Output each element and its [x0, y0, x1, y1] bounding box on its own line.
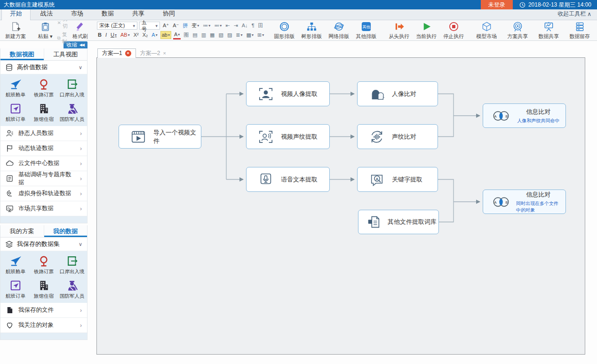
dataset-border-entry[interactable]: 口岸出入境	[58, 255, 86, 275]
pilcrow-button[interactable]: ¶	[251, 22, 255, 29]
row-cloud-file-data[interactable]: 云文件中心数据 ›	[0, 156, 87, 171]
superscript-button[interactable]: X²	[133, 32, 140, 39]
dataset-flight-order[interactable]: 航班订单	[1, 103, 30, 123]
flow-node-voiceprint-compare[interactable]: 声纹比对	[357, 124, 438, 149]
row-virtual-identity-data[interactable]: 虚拟身份和轨迹数据 ›	[0, 186, 87, 201]
login-status-badge[interactable]: 未登录	[481, 0, 513, 9]
row-my-followed-objects[interactable]: 我关注的对象 ›	[0, 318, 87, 333]
format-painter-button[interactable]: 格式刷	[69, 20, 91, 41]
align-left-button[interactable]: ▤	[191, 32, 198, 39]
row-market-shared-data[interactable]: 市场共享数据 ›	[0, 201, 87, 216]
indent-button[interactable]: ⇥	[233, 22, 239, 29]
close-tab-icon[interactable]: ×	[125, 50, 131, 56]
tab-my-data[interactable]: 我的数据	[44, 225, 88, 237]
align-center-button[interactable]: ▥	[200, 32, 207, 39]
video-file-icon	[130, 129, 146, 145]
section-my-saved-datasets[interactable]: 我保存的数据集 ∨	[0, 237, 87, 251]
table-button[interactable]: 田	[257, 22, 264, 29]
align-right-button[interactable]: ▦	[209, 32, 215, 39]
char-border-button[interactable]: AB▾	[119, 32, 131, 39]
subscript-button[interactable]: X₂	[142, 32, 149, 39]
bullets-button[interactable]: ≔▾	[202, 22, 211, 29]
tab-tool-view[interactable]: 工具视图	[44, 48, 88, 60]
phonetic-button[interactable]: 拼	[182, 22, 189, 29]
plan-tab-1[interactable]: 方案—1 ×	[97, 48, 136, 58]
paste-button[interactable]: 粘贴 ▾	[35, 20, 56, 41]
tree-layout-button[interactable]: 树形排版	[298, 20, 325, 41]
font-name-select[interactable]: 宋体 (正文) ▾	[97, 22, 137, 30]
collapse-toolbar-button[interactable]: 收起工具栏 ∧	[557, 10, 597, 20]
justify-button[interactable]: ▧	[217, 32, 224, 39]
plane-ticket-icon	[9, 279, 22, 292]
network-layout-icon	[334, 21, 344, 32]
flag-icon	[6, 144, 14, 152]
italic-button[interactable]: I	[104, 32, 108, 39]
menu-tab-start[interactable]: 开始	[1, 8, 31, 20]
wordart-button[interactable]: A▾	[151, 32, 158, 39]
borders-button[interactable]: ⊞▾	[256, 32, 265, 39]
enclose-button[interactable]: 圈	[183, 32, 190, 39]
flow-node-video-face-extract[interactable]: 视频人像提取	[246, 81, 330, 106]
distribute-button[interactable]: ▨	[226, 32, 233, 39]
other-layout-icon: 其他	[361, 21, 372, 32]
tab-data-view[interactable]: 数据视图	[0, 48, 44, 60]
row-dynamic-track-data[interactable]: 动态轨迹数据 ›	[0, 141, 87, 156]
sort-button[interactable]: A↓	[241, 22, 249, 29]
tab-my-plans[interactable]: 我的方案	[0, 225, 44, 237]
flow-node-other-file-lexicon[interactable]: 其他文件提取词库	[358, 210, 439, 234]
flow-node-face-compare[interactable]: 人像比对	[357, 81, 438, 106]
cube-outline-icon	[481, 21, 492, 32]
row-survey-thematic-data[interactable]: 基础调研与专题库数据 ›	[0, 171, 87, 186]
font-size-select[interactable]: 五号 ▾	[139, 22, 160, 30]
dataset-rail-ticket[interactable]: 铁路订票	[30, 255, 58, 275]
dataset-border-entry[interactable]: 口岸出入境	[58, 78, 86, 98]
stop-run-button[interactable]: 停止执行	[440, 20, 467, 41]
data-retention-button[interactable]: 数据留存	[566, 20, 593, 41]
flow-node-info-compare-1[interactable]: 信息比对 人像和声纹共同命中	[483, 103, 566, 128]
change-case-button[interactable]: 变▾	[191, 22, 200, 29]
font-color-button[interactable]: A▾	[173, 31, 181, 40]
soldier-icon	[66, 103, 78, 115]
circle-layout-button[interactable]: 圆形排版	[271, 20, 298, 41]
dataset-flight-manifest[interactable]: 航班舱单	[1, 78, 30, 98]
flow-node-import-video[interactable]: 导入一个视频文件	[119, 125, 201, 149]
run-from-start-button[interactable]: 从头执行	[385, 20, 413, 41]
underline-button[interactable]: U▾	[110, 32, 118, 39]
outdent-button[interactable]: ⇤	[224, 22, 231, 29]
close-tab-icon[interactable]: ×	[163, 50, 166, 56]
dataset-flight-manifest[interactable]: 航班舱单	[1, 255, 30, 275]
line-spacing-button[interactable]: ≣▾	[235, 32, 243, 39]
flow-node-info-compare-2[interactable]: 信息比对 同时出现在多个文件中的对象	[483, 190, 566, 214]
voiceprint-extract-icon	[258, 129, 274, 145]
flow-node-keyword-extract[interactable]: 关键字提取	[357, 167, 438, 192]
grow-font-button[interactable]: A⁺	[162, 22, 170, 29]
other-layout-button[interactable]: 其他 其他排版	[352, 20, 380, 41]
dataset-rail-ticket[interactable]: 铁路订票	[30, 78, 58, 98]
row-static-person-data[interactable]: 静态人员数据 ›	[0, 126, 87, 141]
network-layout-button[interactable]: 网络排版	[325, 20, 352, 41]
new-plan-button[interactable]: 新建方案	[2, 20, 29, 41]
dataset-military-personnel[interactable]: 国防军人员	[58, 279, 86, 300]
shading-button[interactable]: ▩▾	[246, 32, 255, 39]
dataset-hotel-stay[interactable]: 旅馆住宿	[30, 279, 58, 300]
model-canvas[interactable]: 导入一个视频文件 视频人像提取 视频声纹提取 语音文本提取 人像比对 声纹比对 …	[96, 57, 585, 355]
flow-node-video-voiceprint-extract[interactable]: 视频声纹提取	[246, 124, 330, 149]
dataset-hotel-stay[interactable]: 旅馆住宿	[30, 103, 58, 123]
model-market-button[interactable]: 模型市场	[473, 20, 500, 41]
shrink-font-button[interactable]: A⁻	[172, 22, 180, 29]
row-my-saved-files[interactable]: 我保存的文件 ›	[0, 303, 87, 318]
highlight-button[interactable]: ab▾	[160, 31, 171, 39]
plan-tab-2[interactable]: 方案—2 ×	[136, 48, 170, 58]
monitor-icon	[6, 205, 14, 213]
numbering-button[interactable]: ≕▾	[213, 22, 223, 29]
data-share-button[interactable]: 数据共享	[535, 20, 562, 41]
dataset-military-personnel[interactable]: 国防军人员	[58, 103, 86, 123]
dataset-flight-order[interactable]: 航班订单	[1, 279, 30, 300]
dropdown-icon: ▾	[155, 24, 158, 28]
bold-button[interactable]: B	[97, 32, 103, 39]
copy-button[interactable]: ⧉ 复制	[56, 31, 69, 45]
flow-node-speech-text-extract[interactable]: 语音文本提取	[246, 167, 330, 192]
section-high-value-data[interactable]: 高价值数据 ∨	[0, 61, 87, 74]
plan-share-button[interactable]: 方案共享	[504, 20, 531, 41]
run-current-button[interactable]: 当前执行	[413, 20, 440, 41]
